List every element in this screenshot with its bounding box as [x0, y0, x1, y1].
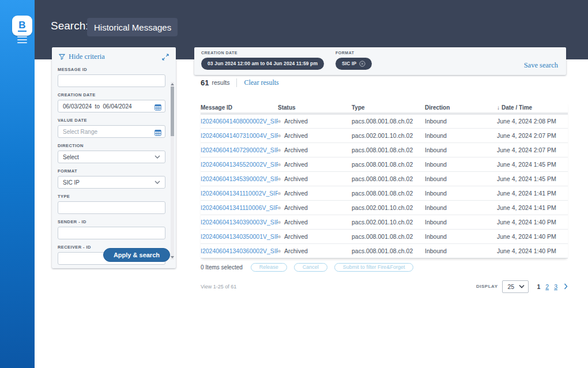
- message-id-link[interactable]: I202406041341110006V_SIP_SPRV: [201, 204, 278, 211]
- direction-select[interactable]: Select: [58, 151, 165, 163]
- direction-value: Inbound: [425, 186, 497, 200]
- app-logo[interactable]: B: [12, 16, 32, 36]
- table-row[interactable]: I202406041407290002V_SIP_SPRV Archived p…: [201, 142, 568, 157]
- release-button[interactable]: Release: [251, 263, 287, 272]
- message-id-input[interactable]: [58, 74, 165, 87]
- direction-value: Inbound: [425, 215, 497, 229]
- format-select[interactable]: SIC IP: [58, 176, 165, 189]
- hide-criteria-label: Hide criteria: [69, 52, 105, 61]
- submit-fire-forget-button[interactable]: Submit to filter Fire&Forget: [334, 263, 414, 272]
- calendar-icon[interactable]: [154, 128, 161, 138]
- message-id-link[interactable]: I202406041345390002V_SIP_SPRV: [201, 175, 278, 182]
- panel-scrollbar[interactable]: [171, 82, 174, 260]
- column-header-direction[interactable]: Direction: [425, 102, 497, 114]
- sidebar: B: [0, 0, 35, 368]
- table-row[interactable]: I202406041340360002V_SIP_SPRV Archived p…: [201, 243, 568, 258]
- page-2-link[interactable]: 2: [545, 283, 549, 290]
- cancel-button[interactable]: Cancel: [294, 263, 327, 272]
- search-label: Search:: [51, 20, 88, 32]
- chevron-down-icon: [154, 181, 160, 184]
- expand-panel-icon[interactable]: [162, 54, 169, 61]
- datetime-value: June 4, 2024 1:41 PM: [497, 200, 568, 215]
- message-id-link[interactable]: I202406041340350001V_SIP_SPRV: [201, 233, 278, 240]
- status-dot-icon: [278, 163, 281, 166]
- column-header-type[interactable]: Type: [352, 102, 425, 114]
- table-row[interactable]: I202406041345390002V_SIP_SPRV Archived p…: [201, 171, 568, 186]
- table-row[interactable]: I202406041407310004V_SIP_SPRV Archived p…: [201, 128, 568, 142]
- direction-label: DIRECTION: [58, 143, 165, 148]
- status-dot-icon: [278, 206, 281, 209]
- search-mode-dropdown[interactable]: Historical Messages: [87, 18, 178, 36]
- message-id-link[interactable]: I202406041345520002V_SIP_SPRV: [201, 161, 278, 168]
- remove-filter-icon[interactable]: [359, 61, 365, 67]
- type-value: pacs.002.001.10.ch.02: [352, 215, 425, 229]
- selection-bar: 0 Items selected Release Cancel Submit t…: [201, 263, 568, 272]
- results-count-suffix: results: [212, 79, 229, 86]
- status-dot-icon: [278, 134, 281, 137]
- pagination-bar: View 1-25 of 61 DISPLAY 25 1 2 3: [201, 280, 568, 294]
- status-value: Archived: [284, 161, 308, 168]
- message-id-link[interactable]: I202406041407310004V_SIP_SPRV: [201, 132, 278, 139]
- message-id-link[interactable]: I202406041408000002V_SIP_SPRV: [201, 118, 278, 125]
- filter-icon: [59, 54, 65, 60]
- message-id-link[interactable]: I202406041340390003V_SIP_SPRV: [201, 219, 278, 226]
- sender-id-input[interactable]: [58, 227, 165, 239]
- type-value: pacs.008.001.08.ch.02: [352, 114, 425, 128]
- format-chip-label: FORMAT: [336, 51, 372, 55]
- direction-value: Inbound: [425, 157, 497, 171]
- datetime-value: June 4, 2024 1:40 PM: [497, 243, 568, 258]
- menu-icon[interactable]: [17, 36, 27, 44]
- value-date-input[interactable]: [58, 125, 165, 138]
- status-value: Archived: [284, 204, 308, 211]
- status-value: Archived: [284, 233, 308, 240]
- type-input[interactable]: [58, 201, 165, 214]
- active-filters-bar: CREATION DATE 03 Jun 2024 12:00 am to 04…: [194, 47, 566, 75]
- clear-results-link[interactable]: Clear results: [244, 78, 278, 87]
- page-1-current[interactable]: 1: [537, 283, 540, 290]
- table-row[interactable]: I202406041345520002V_SIP_SPRV Archived p…: [201, 157, 568, 171]
- table-row[interactable]: I202406041340350001V_SIP_SPRV Archived p…: [201, 229, 568, 243]
- save-search-link[interactable]: Save search: [524, 61, 558, 70]
- page-size-select[interactable]: 25: [502, 280, 529, 293]
- apply-search-button[interactable]: Apply & search: [103, 248, 170, 262]
- message-id-link[interactable]: I202406041407290002V_SIP_SPRV: [201, 147, 278, 153]
- table-row[interactable]: I202406041341110002V_SIP_SPRV Archived p…: [201, 186, 568, 200]
- criteria-panel-header: Hide criteria: [52, 47, 176, 65]
- status-dot-icon: [278, 192, 281, 195]
- column-header-date-time[interactable]: ↓Date / Time: [497, 102, 568, 114]
- column-header-message-id[interactable]: Message ID: [201, 102, 278, 114]
- datetime-value: June 4, 2024 2:07 PM: [497, 142, 568, 157]
- display-label: DISPLAY: [476, 284, 497, 289]
- table-row[interactable]: I202406041340390003V_SIP_SPRV Archived p…: [201, 215, 568, 229]
- table-row[interactable]: I202406041341110006V_SIP_SPRV Archived p…: [201, 200, 568, 215]
- sender-id-label: SENDER - ID: [58, 219, 165, 224]
- scrollbar-thumb[interactable]: [171, 87, 174, 136]
- type-value: pacs.008.001.08.ch.02: [352, 243, 425, 258]
- creation-date-input[interactable]: [58, 100, 165, 112]
- type-value: pacs.008.001.08.ch.02: [352, 229, 425, 243]
- results-bar: 61 results Clear results: [201, 77, 568, 88]
- divider: [236, 78, 237, 87]
- format-value: SIC IP: [63, 179, 154, 186]
- message-id-label: MESSAGE ID: [58, 67, 165, 72]
- calendar-icon[interactable]: [154, 103, 161, 113]
- message-id-link[interactable]: I202406041341110002V_SIP_SPRV: [201, 190, 278, 197]
- logo-letter: B: [18, 20, 26, 32]
- direction-value: Select: [63, 154, 154, 160]
- results-table: Message ID Status Type Direction ↓Date /…: [201, 102, 568, 258]
- type-value: pacs.008.001.08.ch.02: [352, 186, 425, 200]
- next-page-icon[interactable]: [564, 283, 568, 290]
- table-row[interactable]: I202406041408000002V_SIP_SPRV Archived p…: [201, 114, 568, 128]
- type-label: TYPE: [58, 194, 165, 199]
- column-header-status[interactable]: Status: [278, 102, 352, 114]
- datetime-value: June 4, 2024 2:08 PM: [497, 114, 568, 128]
- direction-value: Inbound: [425, 243, 497, 258]
- direction-value: Inbound: [425, 128, 497, 142]
- message-id-link[interactable]: I202406041340360002V_SIP_SPRV: [201, 247, 278, 254]
- status-value: Archived: [284, 247, 308, 254]
- format-label: FORMAT: [58, 168, 165, 174]
- hide-criteria-toggle[interactable]: Hide criteria: [59, 52, 105, 61]
- page-3-link[interactable]: 3: [554, 283, 557, 290]
- status-dot-icon: [278, 235, 281, 238]
- status-dot-icon: [278, 149, 281, 152]
